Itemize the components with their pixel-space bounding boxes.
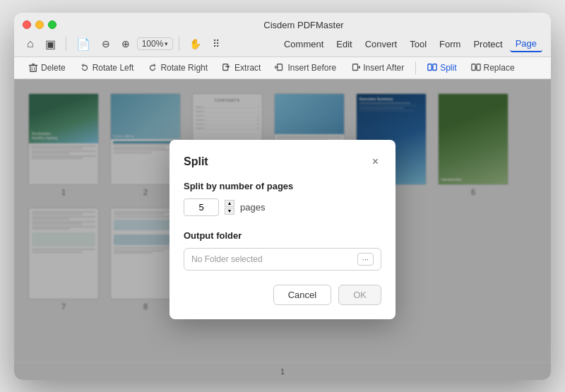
split-input-row: ▲ ▼ pages bbox=[184, 198, 381, 216]
split-modal: Split × Split by number of pages ▲ ▼ pag… bbox=[170, 140, 396, 319]
replace-button[interactable]: Replace bbox=[468, 61, 518, 74]
cancel-button[interactable]: Cancel bbox=[273, 285, 331, 305]
maximize-button[interactable] bbox=[48, 20, 56, 29]
svg-rect-5 bbox=[433, 64, 436, 70]
insert-before-icon bbox=[275, 63, 285, 73]
hand-tool-btn[interactable]: ✋ bbox=[185, 37, 206, 51]
modal-overlay: Split × Split by number of pages ▲ ▼ pag… bbox=[14, 79, 551, 380]
delete-button[interactable]: Delete bbox=[25, 61, 69, 74]
insert-before-button[interactable]: Insert Before bbox=[272, 61, 339, 74]
menu-protect[interactable]: Protect bbox=[468, 37, 508, 52]
folder-browse-button[interactable]: ··· bbox=[357, 253, 374, 266]
menu-comment[interactable]: Comment bbox=[278, 37, 329, 52]
title-bar: Cisdem PDFMaster ⌂ ▣ 📄 ⊖ ⊕ 100% ▾ ✋ ⠿ Co… bbox=[14, 13, 551, 57]
svg-rect-0 bbox=[30, 65, 37, 71]
minimize-button[interactable] bbox=[35, 20, 44, 29]
replace-label: Replace bbox=[484, 63, 515, 73]
zoom-chevron-icon: ▾ bbox=[165, 40, 168, 47]
minus-icon-btn[interactable]: ⊖ bbox=[97, 37, 114, 51]
toolbar-sep bbox=[415, 61, 416, 74]
svg-rect-6 bbox=[471, 64, 475, 70]
menu-convert[interactable]: Convert bbox=[359, 37, 403, 52]
top-menu-items: Comment Edit Convert Tool Form Protect P… bbox=[278, 36, 542, 52]
rotate-left-label: Rotate Left bbox=[93, 63, 134, 73]
rotate-right-icon bbox=[148, 63, 157, 73]
modal-title: Split bbox=[184, 155, 208, 168]
extract-label: Extract bbox=[234, 63, 261, 73]
plus-icon-btn[interactable]: ⊕ bbox=[117, 37, 134, 51]
mac-window: Cisdem PDFMaster ⌂ ▣ 📄 ⊖ ⊕ 100% ▾ ✋ ⠿ Co… bbox=[14, 13, 551, 380]
sidebar-icon-btn[interactable]: ▣ bbox=[41, 36, 60, 52]
grid-tool-btn[interactable]: ⠿ bbox=[208, 37, 224, 51]
document-icon-btn[interactable]: 📄 bbox=[72, 36, 95, 52]
traffic-lights bbox=[23, 20, 56, 29]
pages-number-input[interactable] bbox=[184, 198, 219, 216]
rotate-right-label: Rotate Right bbox=[160, 63, 208, 73]
insert-after-label: Insert After bbox=[363, 63, 404, 73]
insert-after-button[interactable]: Insert After bbox=[347, 61, 407, 74]
split-button[interactable]: Split bbox=[424, 61, 459, 74]
zoom-button[interactable]: 100% ▾ bbox=[137, 37, 174, 50]
modal-close-button[interactable]: × bbox=[369, 154, 381, 170]
delete-label: Delete bbox=[41, 63, 66, 73]
split-icon bbox=[427, 63, 437, 73]
pages-suffix-label: pages bbox=[240, 202, 265, 213]
rotate-right-button[interactable]: Rotate Right bbox=[145, 61, 210, 74]
separator-1 bbox=[66, 37, 66, 51]
menu-bar: ⌂ ▣ 📄 ⊖ ⊕ 100% ▾ ✋ ⠿ Comment Edit Conver… bbox=[23, 36, 542, 57]
insert-after-icon bbox=[350, 63, 360, 73]
zoom-level: 100% bbox=[142, 39, 164, 49]
split-section-label: Split by number of pages bbox=[184, 181, 381, 191]
folder-picker: No Folder selected ··· bbox=[184, 248, 381, 271]
split-label: Split bbox=[440, 63, 456, 73]
menu-page[interactable]: Page bbox=[510, 36, 542, 52]
svg-rect-3 bbox=[353, 64, 358, 70]
rotate-left-button[interactable]: Rotate Left bbox=[77, 61, 137, 74]
stepper-up-button[interactable]: ▲ bbox=[225, 200, 234, 207]
separator-2 bbox=[179, 37, 179, 51]
insert-before-label: Insert Before bbox=[287, 63, 336, 73]
svg-rect-7 bbox=[476, 64, 480, 70]
stepper-down-button[interactable]: ▼ bbox=[225, 208, 234, 215]
home-icon-btn[interactable]: ⌂ bbox=[23, 36, 38, 52]
close-button[interactable] bbox=[23, 20, 31, 29]
output-folder-section: Output folder No Folder selected ··· bbox=[184, 230, 381, 271]
content-area: DestinationHealthy Ageing 1 bbox=[14, 79, 551, 380]
number-stepper: ▲ ▼ bbox=[225, 200, 234, 215]
menu-edit[interactable]: Edit bbox=[331, 37, 357, 52]
replace-icon bbox=[471, 63, 481, 73]
svg-rect-1 bbox=[223, 64, 228, 70]
extract-button[interactable]: Extract bbox=[219, 61, 263, 74]
modal-header: Split × bbox=[184, 154, 381, 170]
output-folder-label: Output folder bbox=[184, 230, 381, 241]
menu-form[interactable]: Form bbox=[434, 37, 466, 52]
folder-path-label: No Folder selected bbox=[191, 254, 352, 264]
svg-rect-4 bbox=[428, 64, 432, 70]
rotate-left-icon bbox=[80, 63, 90, 73]
toolbar: Delete Rotate Left Rotate Right Extract bbox=[14, 57, 551, 79]
ok-button[interactable]: OK bbox=[338, 285, 381, 305]
modal-footer: Cancel OK bbox=[184, 285, 381, 305]
app-title: Cisdem PDFMaster bbox=[65, 20, 542, 30]
menu-tool[interactable]: Tool bbox=[404, 37, 432, 52]
extract-icon bbox=[222, 63, 232, 73]
delete-icon bbox=[28, 63, 38, 73]
